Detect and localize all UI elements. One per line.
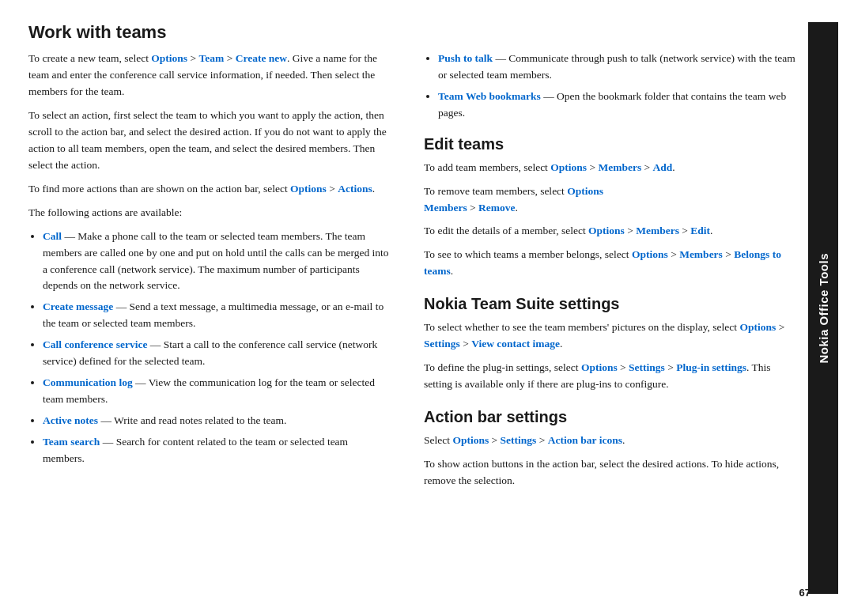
para1-text1: To create a new team, select: [28, 52, 151, 64]
edit-para2: To remove team members, select OptionsMe…: [424, 183, 800, 217]
page-number: 67: [799, 587, 811, 599]
edit-para3-start: To edit the details of a member, select: [424, 225, 588, 236]
edit-para4-start: To see to which teams a member belongs, …: [424, 248, 632, 260]
nokia-settings-link1: Settings: [424, 338, 460, 350]
edit-teams-section: Edit teams To add team members, select O…: [424, 134, 800, 281]
nokia-team-suite-title: Nokia Team Suite settings: [424, 294, 800, 313]
options-link-1: Options: [151, 52, 187, 64]
para1: To create a new team, select Options > T…: [28, 51, 392, 100]
nokia-para2-start: To define the plug-in settings, select: [424, 361, 581, 373]
bullet-push-to-talk: Push to talk — Communicate through push …: [438, 51, 800, 84]
para3-end: .: [372, 183, 375, 195]
nokia-para1: To select whether to see the team member…: [424, 319, 800, 353]
nokia-team-suite-section: Nokia Team Suite settings To select whet…: [424, 294, 800, 393]
edit-para2-start: To remove team members, select: [424, 185, 567, 197]
edit-options-link3: Options: [588, 225, 625, 236]
active-notes-link: Active notes: [43, 414, 98, 426]
actions-list: Call — Make a phone call to the team or …: [43, 229, 392, 467]
team-link: Team: [199, 52, 225, 64]
para3: To find more actions than are shown on t…: [28, 181, 392, 198]
nokia-options-link1: Options: [739, 321, 776, 333]
para2: To select an action, first select the te…: [28, 108, 392, 174]
left-column: Work with teams To create a new team, se…: [28, 22, 416, 594]
edit-para3: To edit the details of a member, select …: [424, 223, 800, 240]
edit-options-link1: Options: [550, 161, 587, 173]
para4: The following actions are available:: [28, 205, 392, 221]
edit-add-link: Add: [653, 161, 673, 173]
edit-para1: To add team members, select Options > Me…: [424, 160, 800, 176]
edit-para1-start: To add team members, select: [424, 161, 550, 173]
edit-edit-link: Edit: [690, 225, 710, 236]
nokia-options-link2: Options: [581, 361, 618, 373]
para3-sep: >: [327, 183, 338, 195]
side-tab: Nokia Office Tools: [808, 22, 838, 594]
action-para2: To show action buttons in the action bar…: [424, 456, 800, 489]
push-to-talk-link: Push to talk: [438, 52, 493, 64]
work-with-teams-title: Work with teams: [28, 22, 392, 43]
call-conference-link: Call conference service: [43, 338, 147, 350]
list-item-call-conference: Call conference service — Start a call t…: [43, 337, 392, 370]
list-item-team-search: Team search — Search for content related…: [43, 434, 392, 467]
action-options-link: Options: [452, 434, 489, 446]
edit-para4: To see to which teams a member belongs, …: [424, 247, 800, 280]
edit-options-link2: Options: [567, 185, 603, 197]
para3-start: To find more actions than are shown on t…: [28, 183, 290, 195]
team-search-link: Team search: [43, 436, 100, 448]
para1-sep2: >: [224, 52, 235, 64]
right-column: Push to talk — Communicate through push …: [416, 22, 808, 594]
team-web-bookmarks-link: Team Web bookmarks: [438, 90, 541, 102]
nokia-para2: To define the plug-in settings, select O…: [424, 360, 800, 393]
comm-log-link: Communication log: [43, 376, 133, 388]
options-link-2: Options: [290, 183, 327, 195]
nokia-para1-start: To select whether to see the team member…: [424, 321, 739, 333]
list-item-create-message: Create message — Send a text message, a …: [43, 299, 392, 332]
bullet-team-web-bookmarks: Team Web bookmarks — Open the bookmark f…: [438, 89, 800, 122]
edit-members-link3: Members: [636, 225, 679, 236]
list-item-comm-log: Communication log — View the communicati…: [43, 375, 392, 408]
create-new-link: Create new: [236, 52, 287, 64]
call-text: — Make a phone call to the team or selec…: [43, 230, 389, 292]
top-bullets: Push to talk — Communicate through push …: [438, 51, 800, 122]
edit-members-link4: Members: [679, 248, 723, 260]
edit-members-link1: Members: [598, 161, 641, 173]
list-item-active-notes: Active notes — Write and read notes rela…: [43, 413, 392, 429]
call-link: Call: [43, 230, 62, 242]
action-bar-title: Action bar settings: [424, 407, 800, 426]
nokia-settings-link2: Settings: [629, 361, 665, 373]
para1-sep1: >: [187, 52, 198, 64]
edit-remove-link: Remove: [478, 202, 515, 214]
active-notes-text: — Write and read notes related to the te…: [98, 414, 286, 426]
plugin-settings-link: Plug-in settings: [676, 361, 746, 373]
list-item-call: Call — Make a phone call to the team or …: [43, 229, 392, 295]
edit-options-link4: Options: [632, 248, 668, 260]
side-tab-label: Nokia Office Tools: [817, 253, 830, 364]
main-content: Work with teams To create a new team, se…: [0, 0, 854, 616]
action-para1: Select Options > Settings > Action bar i…: [424, 433, 800, 449]
action-para1-start: Select: [424, 434, 452, 446]
edit-members-link2: Members: [424, 202, 467, 214]
action-bar-section: Action bar settings Select Options > Set…: [424, 407, 800, 489]
view-contact-image-link: View contact image: [471, 338, 560, 350]
action-settings-link: Settings: [501, 434, 537, 446]
edit-teams-title: Edit teams: [424, 134, 800, 153]
create-message-link: Create message: [43, 300, 113, 312]
actions-link: Actions: [338, 183, 372, 195]
action-bar-icons-link: Action bar icons: [548, 434, 622, 446]
